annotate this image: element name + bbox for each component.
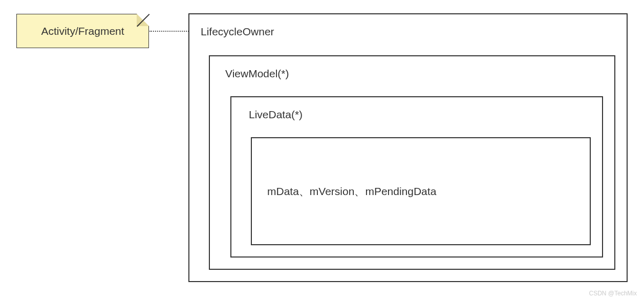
watermark: CSDN @TechMix — [589, 290, 637, 297]
livedata-label: LiveData(*) — [249, 109, 303, 121]
note-fold-line — [137, 14, 149, 26]
livedata-fields-label: mData、mVersion、mPendingData — [267, 184, 436, 199]
viewmodel-box: ViewModel(*) LiveData(*) mData、mVersion、… — [209, 55, 615, 270]
viewmodel-label: ViewModel(*) — [225, 68, 289, 80]
note-label: Activity/Fragment — [41, 25, 124, 37]
lifecycle-owner-label: LifecycleOwner — [201, 26, 274, 38]
lifecycle-owner-box: LifecycleOwner ViewModel(*) LiveData(*) … — [188, 13, 628, 282]
livedata-box: LiveData(*) mData、mVersion、mPendingData — [230, 96, 603, 258]
note-activity-fragment: Activity/Fragment — [16, 14, 149, 48]
livedata-fields-box: mData、mVersion、mPendingData — [251, 137, 591, 245]
dotted-connector — [149, 31, 189, 32]
